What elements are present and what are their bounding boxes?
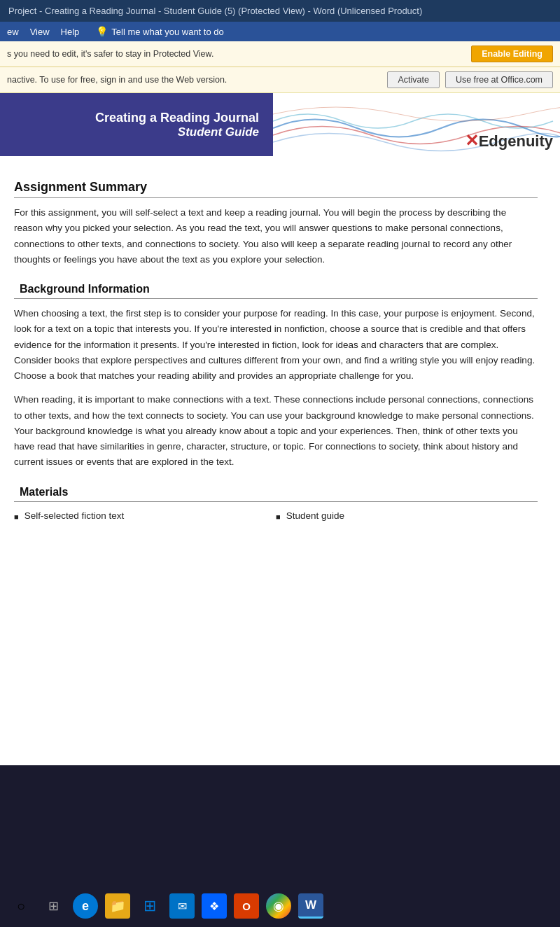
file-explorer-icon[interactable]: 📁 <box>105 893 130 919</box>
menu-item-ew[interactable]: ew <box>7 27 19 37</box>
assignment-summary-text: For this assignment, you will self-selec… <box>14 205 538 267</box>
assignment-summary-title: Assignment Summary <box>14 180 538 198</box>
activate-message: nactive. To use for free, sign in and us… <box>7 75 387 85</box>
bullet-icon: ■ <box>14 513 19 521</box>
materials-list: ■ Self-selected fiction text ■ Student g… <box>14 509 538 522</box>
list-item: ■ Student guide <box>276 509 538 522</box>
document-content: Assignment Summary For this assignment, … <box>0 156 560 539</box>
menu-item-help[interactable]: Help <box>61 27 80 37</box>
lightbulb-icon: 💡 <box>96 26 108 37</box>
edgenuity-logo: ✕Edgenuity <box>465 131 553 151</box>
title-bar-text: Project - Creating a Reading Journal - S… <box>8 6 422 16</box>
menu-bar: ew View Help 💡 Tell me what you want to … <box>0 22 560 41</box>
materials-col-1: ■ Self-selected fiction text <box>14 509 276 522</box>
protected-message: s you need to edit, it's safer to stay i… <box>7 49 471 59</box>
materials-title: Materials <box>14 486 538 502</box>
edge-icon[interactable]: e <box>73 893 98 919</box>
bullet-icon: ■ <box>276 513 281 521</box>
header-right: ✕Edgenuity <box>273 93 560 156</box>
chrome-icon[interactable]: ◉ <box>266 893 291 919</box>
dropbox-icon[interactable]: ❖ <box>202 893 227 919</box>
mail-icon[interactable]: ✉ <box>169 893 195 919</box>
logo-name: Edgenuity <box>479 132 553 150</box>
tell-me-bar[interactable]: 💡 Tell me what you want to do <box>96 26 223 37</box>
word-icon[interactable]: W <box>298 893 323 919</box>
materials-col-2: ■ Student guide <box>276 509 538 522</box>
tell-me-text: Tell me what you want to do <box>111 27 223 37</box>
office-icon[interactable]: O <box>234 893 259 919</box>
activate-buttons: Activate Use free at Office.com <box>387 71 553 88</box>
menu-item-view[interactable]: View <box>30 27 50 37</box>
windows-icon[interactable]: ⊞ <box>137 893 162 919</box>
doc-title-line2: Student Guide <box>178 125 259 139</box>
doc-title-line1: Creating a Reading Journal <box>95 111 259 125</box>
widgets-button[interactable]: ⊞ <box>41 893 66 919</box>
protected-view-bar: s you need to edit, it's safer to stay i… <box>0 41 560 67</box>
start-button[interactable]: ○ <box>8 893 34 919</box>
material-item-2: Student guide <box>286 510 344 521</box>
document-area: Creating a Reading Journal Student Guide… <box>0 93 560 765</box>
background-para-2: When reading, it is important to make co… <box>14 392 538 470</box>
use-office-button[interactable]: Use free at Office.com <box>445 71 553 88</box>
background-para-1: When choosing a text, the first step is … <box>14 306 538 384</box>
activation-bar: nactive. To use for free, sign in and us… <box>0 67 560 93</box>
background-info-title: Background Information <box>14 283 538 299</box>
material-item-1: Self-selected fiction text <box>24 510 125 521</box>
activate-button[interactable]: Activate <box>387 71 439 88</box>
document-header: Creating a Reading Journal Student Guide… <box>0 93 560 156</box>
enable-editing-button[interactable]: Enable Editing <box>471 46 553 62</box>
list-item: ■ Self-selected fiction text <box>14 509 276 522</box>
title-bar: Project - Creating a Reading Journal - S… <box>0 0 560 22</box>
header-banner: Creating a Reading Journal Student Guide <box>0 93 273 156</box>
logo-x: ✕ <box>465 131 479 150</box>
taskbar: ○ ⊞ e 📁 ⊞ ✉ ❖ O ◉ W <box>0 885 560 927</box>
